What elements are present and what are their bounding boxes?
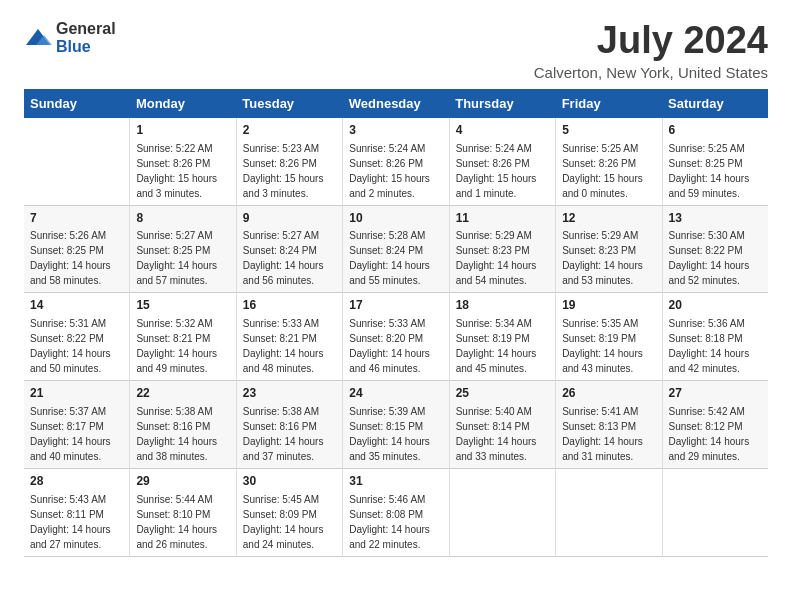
- day-number: 2: [243, 122, 336, 139]
- subtitle: Calverton, New York, United States: [534, 64, 768, 81]
- day-number: 5: [562, 122, 655, 139]
- cell-text: Daylight: 14 hours: [562, 346, 655, 361]
- cell-text: and 56 minutes.: [243, 273, 336, 288]
- cell-week5-day1: 29Sunrise: 5:44 AMSunset: 8:10 PMDayligh…: [130, 468, 236, 556]
- day-number: 13: [669, 210, 762, 227]
- logo-text-blue: Blue: [56, 38, 91, 55]
- cell-week3-day2: 16Sunrise: 5:33 AMSunset: 8:21 PMDayligh…: [236, 293, 342, 381]
- header-friday: Friday: [556, 89, 662, 118]
- cell-text: and 24 minutes.: [243, 537, 336, 552]
- header-wednesday: Wednesday: [343, 89, 449, 118]
- cell-text: Sunset: 8:23 PM: [456, 243, 549, 258]
- cell-week3-day0: 14Sunrise: 5:31 AMSunset: 8:22 PMDayligh…: [24, 293, 130, 381]
- cell-text: Sunrise: 5:40 AM: [456, 404, 549, 419]
- cell-text: and 46 minutes.: [349, 361, 442, 376]
- cell-text: Sunset: 8:22 PM: [669, 243, 762, 258]
- cell-text: Daylight: 15 hours: [243, 171, 336, 186]
- cell-text: Sunset: 8:26 PM: [349, 156, 442, 171]
- cell-week1-day0: [24, 118, 130, 205]
- cell-text: Daylight: 14 hours: [243, 434, 336, 449]
- cell-text: Sunrise: 5:29 AM: [456, 228, 549, 243]
- cell-text: and 22 minutes.: [349, 537, 442, 552]
- header-sunday: Sunday: [24, 89, 130, 118]
- cell-text: and 54 minutes.: [456, 273, 549, 288]
- cell-week2-day4: 11Sunrise: 5:29 AMSunset: 8:23 PMDayligh…: [449, 205, 555, 293]
- cell-text: Sunrise: 5:38 AM: [136, 404, 229, 419]
- cell-text: Sunrise: 5:44 AM: [136, 492, 229, 507]
- cell-text: Daylight: 14 hours: [349, 434, 442, 449]
- main-title: July 2024: [534, 20, 768, 62]
- cell-text: Daylight: 14 hours: [669, 346, 762, 361]
- cell-text: Sunset: 8:23 PM: [562, 243, 655, 258]
- cell-text: Sunrise: 5:41 AM: [562, 404, 655, 419]
- cell-text: Daylight: 14 hours: [349, 346, 442, 361]
- day-number: 16: [243, 297, 336, 314]
- day-number: 11: [456, 210, 549, 227]
- cell-text: Daylight: 14 hours: [562, 434, 655, 449]
- logo-icon: [24, 27, 52, 49]
- cell-text: Daylight: 14 hours: [30, 434, 123, 449]
- cell-text: Sunrise: 5:35 AM: [562, 316, 655, 331]
- cell-text: Sunset: 8:15 PM: [349, 419, 442, 434]
- cell-text: Sunset: 8:11 PM: [30, 507, 123, 522]
- cell-text: and 37 minutes.: [243, 449, 336, 464]
- cell-text: Sunset: 8:13 PM: [562, 419, 655, 434]
- cell-text: Daylight: 14 hours: [30, 522, 123, 537]
- cell-week1-day1: 1Sunrise: 5:22 AMSunset: 8:26 PMDaylight…: [130, 118, 236, 205]
- day-number: 10: [349, 210, 442, 227]
- cell-text: and 40 minutes.: [30, 449, 123, 464]
- day-number: 28: [30, 473, 123, 490]
- cell-week3-day5: 19Sunrise: 5:35 AMSunset: 8:19 PMDayligh…: [556, 293, 662, 381]
- day-number: 29: [136, 473, 229, 490]
- cell-week4-day6: 27Sunrise: 5:42 AMSunset: 8:12 PMDayligh…: [662, 381, 768, 469]
- header-monday: Monday: [130, 89, 236, 118]
- cell-text: and 59 minutes.: [669, 186, 762, 201]
- cell-week1-day2: 2Sunrise: 5:23 AMSunset: 8:26 PMDaylight…: [236, 118, 342, 205]
- cell-text: Daylight: 14 hours: [136, 346, 229, 361]
- day-number: 18: [456, 297, 549, 314]
- cell-text: Sunset: 8:25 PM: [669, 156, 762, 171]
- day-number: 8: [136, 210, 229, 227]
- cell-text: Sunset: 8:24 PM: [243, 243, 336, 258]
- cell-week2-day0: 7Sunrise: 5:26 AMSunset: 8:25 PMDaylight…: [24, 205, 130, 293]
- cell-text: Daylight: 14 hours: [562, 258, 655, 273]
- day-number: 15: [136, 297, 229, 314]
- cell-week1-day4: 4Sunrise: 5:24 AMSunset: 8:26 PMDaylight…: [449, 118, 555, 205]
- cell-week4-day2: 23Sunrise: 5:38 AMSunset: 8:16 PMDayligh…: [236, 381, 342, 469]
- cell-text: Daylight: 15 hours: [349, 171, 442, 186]
- cell-text: Sunrise: 5:42 AM: [669, 404, 762, 419]
- cell-text: Sunset: 8:16 PM: [243, 419, 336, 434]
- cell-text: Sunrise: 5:25 AM: [562, 141, 655, 156]
- calendar-header-row: SundayMondayTuesdayWednesdayThursdayFrid…: [24, 89, 768, 118]
- cell-text: Daylight: 14 hours: [349, 258, 442, 273]
- cell-text: Daylight: 14 hours: [243, 258, 336, 273]
- cell-text: and 3 minutes.: [243, 186, 336, 201]
- cell-text: Sunset: 8:17 PM: [30, 419, 123, 434]
- cell-week2-day2: 9Sunrise: 5:27 AMSunset: 8:24 PMDaylight…: [236, 205, 342, 293]
- cell-text: Daylight: 14 hours: [136, 434, 229, 449]
- cell-text: Sunrise: 5:45 AM: [243, 492, 336, 507]
- cell-text: Daylight: 14 hours: [456, 346, 549, 361]
- cell-text: and 2 minutes.: [349, 186, 442, 201]
- cell-text: Daylight: 14 hours: [30, 258, 123, 273]
- cell-text: Sunset: 8:26 PM: [562, 156, 655, 171]
- cell-text: and 3 minutes.: [136, 186, 229, 201]
- cell-text: Sunset: 8:21 PM: [136, 331, 229, 346]
- cell-text: Daylight: 14 hours: [456, 258, 549, 273]
- cell-text: Daylight: 14 hours: [669, 434, 762, 449]
- cell-text: Sunset: 8:21 PM: [243, 331, 336, 346]
- cell-week3-day6: 20Sunrise: 5:36 AMSunset: 8:18 PMDayligh…: [662, 293, 768, 381]
- cell-text: Sunrise: 5:24 AM: [456, 141, 549, 156]
- cell-text: Sunset: 8:22 PM: [30, 331, 123, 346]
- logo-text-general: General: [56, 20, 116, 37]
- day-number: 26: [562, 385, 655, 402]
- day-number: 27: [669, 385, 762, 402]
- cell-text: Sunrise: 5:22 AM: [136, 141, 229, 156]
- cell-week5-day2: 30Sunrise: 5:45 AMSunset: 8:09 PMDayligh…: [236, 468, 342, 556]
- day-number: 24: [349, 385, 442, 402]
- header-saturday: Saturday: [662, 89, 768, 118]
- cell-text: Sunrise: 5:43 AM: [30, 492, 123, 507]
- cell-text: and 48 minutes.: [243, 361, 336, 376]
- day-number: 23: [243, 385, 336, 402]
- cell-text: Sunrise: 5:26 AM: [30, 228, 123, 243]
